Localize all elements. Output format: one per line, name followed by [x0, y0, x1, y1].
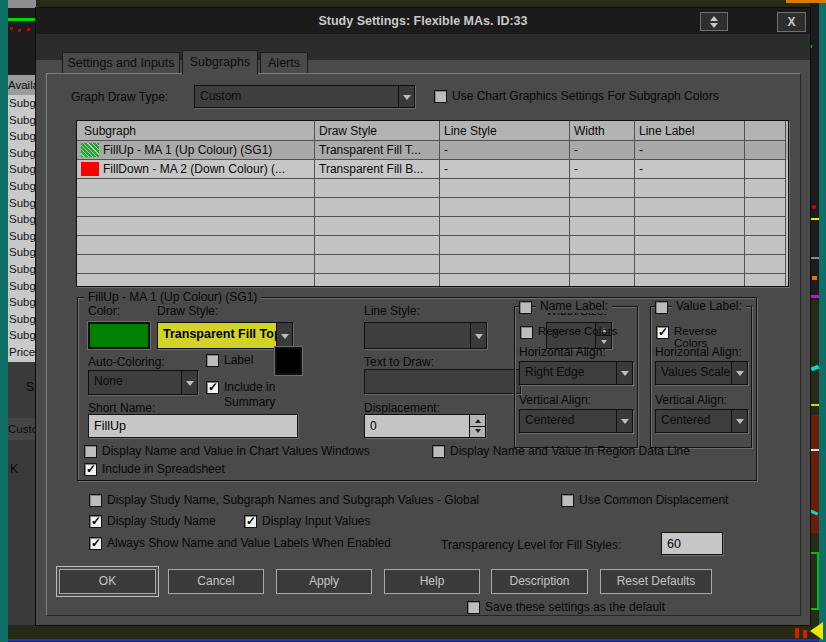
- label-checkbox[interactable]: Label: [206, 353, 253, 367]
- column-header-draw-style[interactable]: Draw Style: [315, 121, 440, 141]
- tab-alerts[interactable]: Alerts: [260, 52, 308, 73]
- cancel-button[interactable]: Cancel: [168, 569, 264, 594]
- include-in-spreadsheet-checkbox[interactable]: Include in Spreadsheet: [84, 462, 225, 476]
- ok-button[interactable]: OK: [59, 569, 156, 594]
- table-row-empty[interactable]: [77, 179, 788, 198]
- table-row-empty[interactable]: [77, 198, 788, 217]
- background-list-item[interactable]: Subgra: [8, 195, 36, 212]
- draw-style-cell[interactable]: Transparent Fill B...: [315, 160, 440, 179]
- column-header-subgraph[interactable]: Subgraph: [77, 121, 315, 141]
- display-study-name-checkbox[interactable]: Display Study Name: [89, 514, 216, 528]
- subgraph-cell[interactable]: FillUp - MA 1 (Up Colour) (SG1): [77, 141, 315, 160]
- table-row-empty[interactable]: [77, 255, 788, 274]
- checkbox-box[interactable]: [89, 537, 102, 550]
- table-row-empty[interactable]: [77, 236, 788, 255]
- tab-subgraphs[interactable]: Subgraphs: [182, 50, 258, 74]
- table-row-filldown[interactable]: FillDown - MA 2 (Down Colour) (... Trans…: [77, 160, 788, 179]
- checkbox-box[interactable]: [206, 354, 219, 367]
- step-up-icon[interactable]: [470, 415, 485, 427]
- checkbox-box[interactable]: [89, 494, 102, 507]
- line-style-select[interactable]: [364, 322, 487, 349]
- name-reverse-colors-checkbox[interactable]: Reverse Colors: [520, 325, 617, 339]
- text-to-draw-input[interactable]: [364, 369, 521, 394]
- chevron-down-icon[interactable]: [398, 86, 414, 107]
- background-list-item[interactable]: Subgra: [8, 294, 36, 311]
- checkbox-box[interactable]: [84, 463, 97, 476]
- display-region-data-checkbox[interactable]: Display Name and Value in Region Data Li…: [432, 444, 690, 458]
- pin-toggle-button[interactable]: [700, 12, 728, 31]
- background-list-item[interactable]: Subgra: [8, 178, 36, 195]
- use-chart-graphics-checkbox[interactable]: Use Chart Graphics Settings For Subgraph…: [434, 89, 719, 103]
- line-style-cell[interactable]: -: [440, 141, 570, 160]
- name-label-enable-checkbox[interactable]: [519, 301, 532, 314]
- background-list-item[interactable]: Subgra: [8, 261, 36, 278]
- description-button[interactable]: Description: [491, 569, 588, 594]
- background-list-item[interactable]: Subgra: [8, 211, 36, 228]
- chevron-down-icon[interactable]: [181, 371, 197, 394]
- close-button[interactable]: X: [777, 12, 806, 32]
- transparency-level-input[interactable]: 60: [661, 532, 723, 555]
- checkbox-box[interactable]: [520, 326, 533, 339]
- background-list-item[interactable]: Price C: [8, 344, 36, 361]
- help-button[interactable]: Help: [384, 569, 480, 594]
- checkbox-box[interactable]: [244, 515, 257, 528]
- display-input-values-checkbox[interactable]: Display Input Values: [244, 514, 371, 528]
- background-list-item[interactable]: Subgra: [8, 311, 36, 328]
- column-header-width[interactable]: Width: [570, 121, 635, 141]
- apply-button[interactable]: Apply: [276, 569, 372, 594]
- checkbox-box[interactable]: [89, 515, 102, 528]
- chevron-down-icon[interactable]: [731, 362, 747, 384]
- line-style-cell[interactable]: -: [440, 160, 570, 179]
- dialog-titlebar[interactable]: Study Settings: Flexible MAs. ID:33 X: [36, 8, 810, 34]
- tab-settings-and-inputs[interactable]: Settings and Inputs: [62, 52, 180, 73]
- chevron-down-icon[interactable]: [616, 362, 632, 384]
- checkbox-box[interactable]: [206, 381, 219, 394]
- checkbox-box[interactable]: [561, 494, 574, 507]
- background-list-item[interactable]: Subgra: [8, 327, 36, 344]
- stepper-arrows[interactable]: [469, 415, 485, 437]
- checkbox-box[interactable]: [84, 445, 97, 458]
- label-color-button[interactable]: [275, 347, 302, 375]
- graph-draw-type-select[interactable]: Custom: [194, 85, 415, 108]
- column-header-line-style[interactable]: Line Style: [440, 121, 570, 141]
- value-horizontal-align-select[interactable]: Values Scale: [655, 361, 748, 385]
- use-common-displacement-checkbox[interactable]: Use Common Displacement: [561, 493, 728, 507]
- table-row-fillup[interactable]: FillUp - MA 1 (Up Colour) (SG1) Transpar…: [77, 141, 788, 160]
- table-row-empty[interactable]: [77, 274, 788, 287]
- display-global-checkbox[interactable]: Display Study Name, Subgraph Names and S…: [89, 493, 479, 507]
- value-vertical-align-select[interactable]: Centered: [655, 409, 748, 433]
- name-horizontal-align-select[interactable]: Right Edge: [519, 361, 633, 385]
- background-list-item[interactable]: Subgra: [8, 145, 36, 162]
- background-list-item[interactable]: Subgra: [8, 112, 36, 129]
- value-label-enable-checkbox[interactable]: [655, 301, 668, 314]
- include-in-summary-checkbox[interactable]: Include in Summary: [206, 380, 296, 410]
- always-show-labels-checkbox[interactable]: Always Show Name and Value Labels When E…: [89, 536, 391, 550]
- background-list-item[interactable]: Subgra: [8, 128, 36, 145]
- line-label-cell[interactable]: -: [635, 160, 745, 179]
- color-picker-button[interactable]: [88, 322, 150, 349]
- width-cell[interactable]: -: [570, 141, 635, 160]
- checkbox-box[interactable]: [467, 601, 480, 614]
- background-list-item[interactable]: Subgra: [8, 244, 36, 261]
- background-study-list[interactable]: SubgraSubgraSubgraSubgraSubgraSubgraSubg…: [8, 95, 36, 362]
- background-list-item[interactable]: Subgra: [8, 161, 36, 178]
- chevron-down-icon[interactable]: [616, 410, 632, 432]
- chevron-down-icon[interactable]: [731, 410, 747, 432]
- draw-style-cell[interactable]: Transparent Fill T...: [315, 141, 440, 160]
- reset-defaults-button[interactable]: Reset Defaults: [600, 569, 712, 594]
- line-label-cell[interactable]: -: [635, 141, 745, 160]
- chevron-down-icon[interactable]: [276, 323, 292, 348]
- background-list-item[interactable]: Subgra: [8, 95, 36, 112]
- subgraph-cell[interactable]: FillDown - MA 2 (Down Colour) (...: [77, 160, 315, 179]
- background-list-item[interactable]: Subgra: [8, 278, 36, 295]
- displacement-stepper[interactable]: 0: [364, 414, 486, 438]
- name-vertical-align-select[interactable]: Centered: [519, 409, 633, 433]
- width-cell[interactable]: -: [570, 160, 635, 179]
- draw-style-select[interactable]: Transparent Fill Top: [157, 322, 293, 349]
- display-chart-values-checkbox[interactable]: Display Name and Value in Chart Values W…: [84, 444, 370, 458]
- save-default-checkbox[interactable]: Save these settings as the default: [467, 600, 665, 614]
- step-down-icon[interactable]: [470, 427, 485, 438]
- short-name-input[interactable]: FillUp: [88, 414, 298, 438]
- column-header-line-label[interactable]: Line Label: [635, 121, 745, 141]
- checkbox-box[interactable]: [432, 445, 445, 458]
